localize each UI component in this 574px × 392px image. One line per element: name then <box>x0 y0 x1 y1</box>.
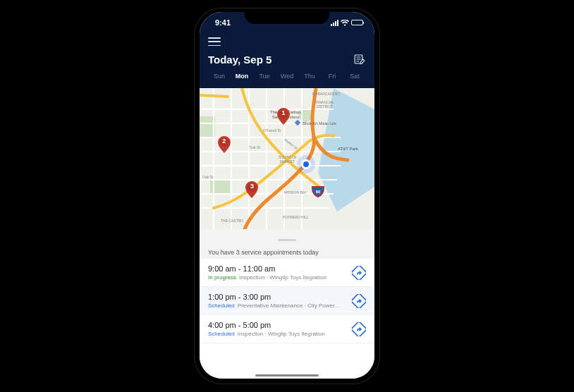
svg-text:MARKET: MARKET <box>280 159 295 164</box>
appointment-desc: Inspection · Wingtip Toys Itegration <box>238 331 325 337</box>
appointment-row[interactable]: 4:00 pm - 5:00 pmScheduledInspection · W… <box>200 315 374 343</box>
appointment-time: 9:00 am - 11:00 am <box>208 264 348 273</box>
appointment-row[interactable]: 1:00 pm - 3:00 pmScheduledPreventative M… <box>200 287 374 315</box>
status-time: 9:41 <box>215 18 231 27</box>
calendar-notes-icon[interactable] <box>353 53 366 66</box>
svg-text:MISSION BAY: MISSION BAY <box>284 190 307 195</box>
svg-text:80: 80 <box>316 190 321 194</box>
appointments-summary: You have 3 service appointments today <box>200 245 374 259</box>
appointment-desc: Inspection · Wingtip Toys Itegration <box>239 274 326 281</box>
svg-text:O'Farrell St: O'Farrell St <box>263 128 281 133</box>
page-title: Today, Sep 5 <box>208 54 271 66</box>
map-pin-1[interactable]: 1 <box>277 108 290 125</box>
day-tab-thu[interactable]: Thu <box>298 71 321 84</box>
poi-att: AT&T Park <box>338 147 359 151</box>
current-location-dot <box>301 159 311 169</box>
appointment-status: Scheduled <box>208 302 235 309</box>
appointment-status: Scheduled <box>208 331 235 337</box>
svg-text:EMBARCADERO: EMBARCADERO <box>312 92 340 96</box>
screen: 9:41 Today, Sep 5 SunMonTueWedThuFriSat <box>200 12 374 379</box>
svg-text:THE CASTRO: THE CASTRO <box>221 219 243 223</box>
svg-rect-3 <box>200 116 215 137</box>
svg-text:Turk St: Turk St <box>249 145 261 149</box>
battery-icon <box>351 20 363 25</box>
day-tabs: SunMonTueWedThuFriSat <box>208 71 366 88</box>
directions-icon[interactable] <box>352 294 366 308</box>
appointment-time: 4:00 pm - 5:00 pm <box>208 321 348 329</box>
menu-button[interactable] <box>208 37 221 46</box>
appointments-list: 9:00 am - 11:00 amIn progressInspection … <box>200 259 374 379</box>
day-tab-tue[interactable]: Tue <box>253 71 276 84</box>
poi-blick: Blick Art Materials <box>303 121 336 125</box>
day-tab-sun[interactable]: Sun <box>208 71 231 84</box>
directions-icon[interactable] <box>352 266 366 280</box>
day-tab-fri[interactable]: Fri <box>321 71 343 84</box>
sheet-grab-handle[interactable] <box>200 229 374 245</box>
cellular-signal-icon <box>331 20 338 26</box>
svg-text:Oak St: Oak St <box>202 175 214 179</box>
map-pin-2[interactable]: 2 <box>218 136 231 153</box>
svg-text:POTRERO HILL: POTRERO HILL <box>283 215 309 219</box>
day-tab-wed[interactable]: Wed <box>276 71 298 84</box>
appointment-time: 1:00 pm - 3:00 pm <box>208 293 348 301</box>
map-view[interactable]: 80 The Ritz-Carlton, San Francisco Blick… <box>200 88 374 229</box>
appointment-row[interactable]: 9:00 am - 11:00 amIn progressInspection … <box>200 259 374 287</box>
app-header: Today, Sep 5 SunMonTueWedThuFriSat <box>200 33 374 88</box>
status-indicators <box>331 20 363 26</box>
home-indicator[interactable] <box>255 374 319 376</box>
appointment-desc: Preventative Maintenance · City Power… <box>238 302 341 309</box>
phone-frame: 9:41 Today, Sep 5 SunMonTueWedThuFriSat <box>195 8 379 384</box>
notch <box>245 8 329 24</box>
appointment-status: In progress <box>208 274 236 281</box>
svg-text:DISTRICT: DISTRICT <box>317 104 333 109</box>
day-tab-sat[interactable]: Sat <box>343 71 366 84</box>
directions-icon[interactable] <box>352 322 366 336</box>
map-pin-3[interactable]: 3 <box>245 181 258 198</box>
wifi-icon <box>341 20 349 26</box>
day-tab-mon[interactable]: Mon <box>231 71 253 84</box>
